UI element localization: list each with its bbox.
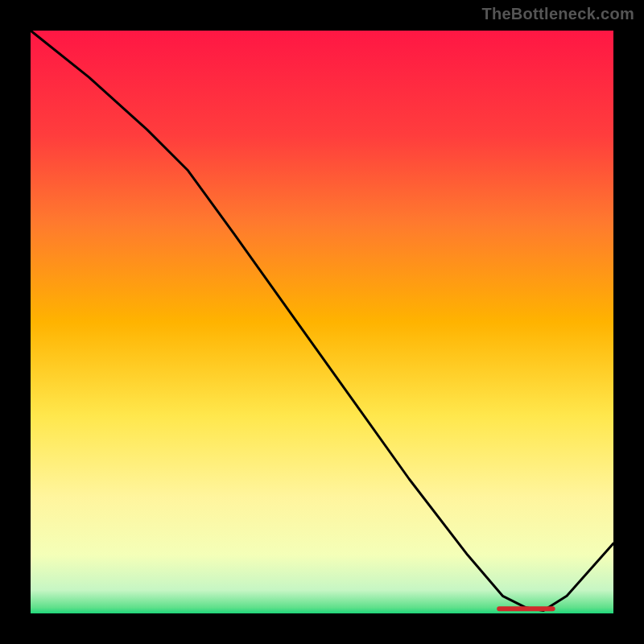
optimal-marker xyxy=(497,606,555,611)
chart-frame: TheBottleneck.com xyxy=(0,0,644,644)
curve-layer xyxy=(31,31,613,613)
bottleneck-curve xyxy=(31,31,613,610)
watermark-text: TheBottleneck.com xyxy=(481,5,634,23)
